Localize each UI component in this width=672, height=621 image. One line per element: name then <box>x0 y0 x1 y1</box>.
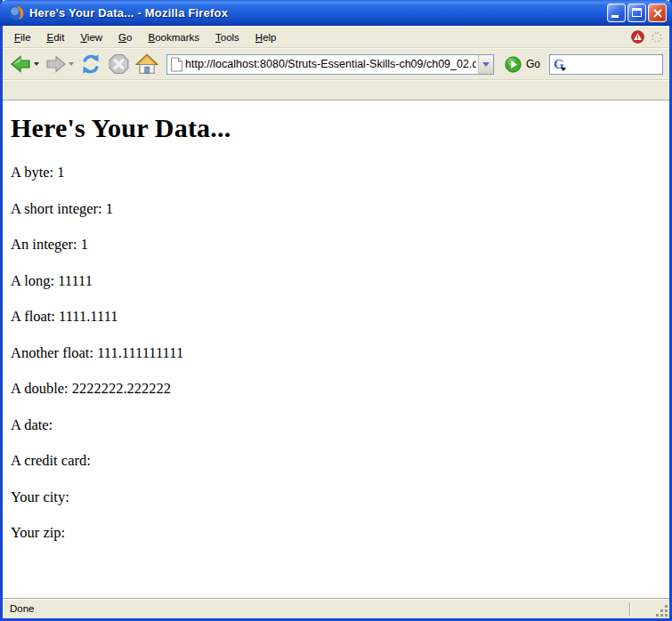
minimize-button[interactable] <box>607 4 626 22</box>
title-bar: Here's Your Data... - Mozilla Firefox <box>0 0 672 26</box>
status-separator <box>629 602 630 616</box>
maximize-icon <box>632 8 642 17</box>
address-dropdown-button[interactable] <box>478 55 493 74</box>
back-icon <box>10 54 32 74</box>
close-button[interactable] <box>648 4 667 22</box>
search-bar[interactable]: G <box>549 54 663 75</box>
stop-button[interactable] <box>107 52 131 77</box>
status-text: Done <box>10 603 35 614</box>
resize-grip[interactable] <box>656 605 668 617</box>
home-button[interactable] <box>134 52 159 77</box>
throbber-icon <box>652 32 662 43</box>
window-controls <box>607 4 667 22</box>
data-line-date: A date: <box>11 416 662 433</box>
bookmarks-toolbar <box>3 80 669 101</box>
menu-edit[interactable]: Edit <box>39 29 73 45</box>
data-line-long: A long: 11111 <box>11 272 662 289</box>
firefox-icon <box>9 5 24 20</box>
data-line-double: A double: 2222222.222222 <box>11 380 662 397</box>
data-line-integer: An integer: 1 <box>11 236 662 253</box>
menu-tools[interactable]: Tools <box>207 29 247 45</box>
go-button-label[interactable]: Go <box>526 58 540 70</box>
forward-icon <box>45 54 67 74</box>
chevron-down-icon <box>482 62 490 67</box>
window-title: Here's Your Data... - Mozilla Firefox <box>29 6 607 20</box>
menu-view[interactable]: View <box>72 29 110 45</box>
go-button[interactable]: Go <box>501 56 546 73</box>
address-bar[interactable] <box>166 54 494 75</box>
data-line-city: Your city: <box>11 488 662 505</box>
go-icon <box>505 56 522 73</box>
forward-dropdown-icon <box>69 62 74 66</box>
stop-icon <box>108 53 130 75</box>
data-line-zip: Your zip: <box>11 524 662 541</box>
data-line-credit-card: A credit card: <box>11 452 662 469</box>
firefox-window: Here's Your Data... - Mozilla Firefox Fi… <box>0 0 672 621</box>
navigation-toolbar: Go G <box>3 48 669 80</box>
address-input[interactable] <box>183 56 478 73</box>
page-icon <box>170 57 183 72</box>
search-input[interactable] <box>564 56 662 72</box>
back-dropdown-icon[interactable] <box>34 62 39 66</box>
menu-bookmarks[interactable]: Bookmarks <box>140 29 207 45</box>
menu-file[interactable]: File <box>6 29 39 45</box>
reload-button[interactable] <box>78 52 103 77</box>
minimize-icon <box>611 15 619 18</box>
maximize-button[interactable] <box>627 4 646 22</box>
menu-help[interactable]: Help <box>247 29 285 45</box>
search-engine-dropdown-icon[interactable] <box>561 68 566 71</box>
menu-bar: File Edit View Go Bookmarks Tools Help <box>3 26 669 48</box>
popup-alert-icon[interactable] <box>631 30 644 44</box>
home-icon <box>135 53 158 75</box>
reload-icon <box>79 53 102 75</box>
back-button[interactable] <box>9 52 40 76</box>
data-line-byte: A byte: 1 <box>11 164 662 181</box>
page-content: Here's Your Data... A byte: 1 A short in… <box>3 101 669 598</box>
data-line-another-float: Another float: 111.111111111 <box>11 344 662 361</box>
data-line-float: A float: 1111.1111 <box>11 308 662 325</box>
status-bar: Done <box>3 598 669 618</box>
forward-button[interactable] <box>44 52 75 76</box>
menu-go[interactable]: Go <box>110 29 140 45</box>
data-line-short: A short integer: 1 <box>11 200 662 217</box>
page-heading: Here's Your Data... <box>11 113 662 143</box>
